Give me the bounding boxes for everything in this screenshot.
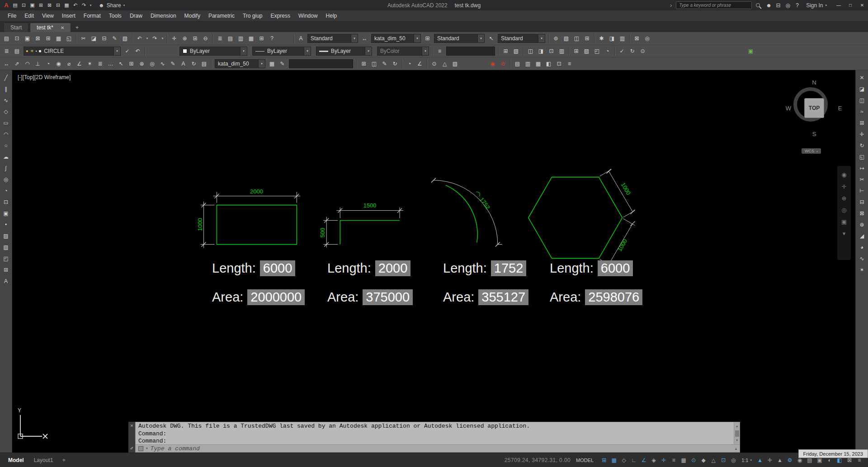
save-to-web-icon[interactable]: ⊞ <box>43 33 53 44</box>
share-button[interactable]: ☻ Share ▾ <box>99 2 125 9</box>
polyline-entity[interactable] <box>340 221 400 245</box>
dropdown-arrow-icon[interactable] <box>414 34 420 42</box>
toolbar-icon[interactable]: ◫ <box>369 58 379 69</box>
jogged-linear-icon[interactable]: ∿ <box>157 58 168 69</box>
zoom-icon[interactable]: ⊕ <box>842 195 847 202</box>
toolbar-icon[interactable]: ⊞ <box>571 46 581 57</box>
redo-dropdown-icon[interactable] <box>160 33 165 44</box>
toolbar-icon[interactable]: ▥ <box>523 58 533 69</box>
designcenter-icon[interactable]: ▤ <box>225 33 236 44</box>
menu-item[interactable]: Window <box>294 10 322 21</box>
length-text-entity[interactable]: Length: 2000 <box>327 260 410 276</box>
wcs-dropdown[interactable]: WCS <box>802 148 821 154</box>
line-icon[interactable]: ╱ <box>0 72 11 83</box>
dim-override-icon[interactable]: ✎ <box>277 58 288 69</box>
toolbar-icon[interactable]: ⊞ <box>500 46 511 57</box>
menu-item[interactable]: Dimension <box>146 10 180 21</box>
length-text-entity[interactable]: Length: 1752 <box>443 260 526 276</box>
autoscale-icon[interactable]: ✛ <box>765 455 775 465</box>
linear-dim-icon[interactable]: ↔ <box>1 58 12 69</box>
dropdown-arrow-icon[interactable] <box>477 34 484 42</box>
construction-line-icon[interactable]: ∥ <box>0 83 11 94</box>
menu-item[interactable]: Edit <box>20 10 38 21</box>
toolbar-icon[interactable]: ⊠ <box>632 33 642 44</box>
circle-icon[interactable]: ○ <box>0 140 11 151</box>
toolbar-icon[interactable]: ◰ <box>592 46 602 57</box>
menu-item[interactable]: View <box>38 10 58 21</box>
dim-style-dialog-icon[interactable]: ▦ <box>267 58 277 69</box>
break-icon[interactable]: ⊠ <box>857 208 868 219</box>
customize-icon[interactable]: ✐ <box>130 446 134 451</box>
dropdown-arrow-icon[interactable] <box>113 47 120 55</box>
viewport-visual-style-control[interactable]: [2D Wireframe] <box>34 74 71 80</box>
ortho-icon[interactable]: ∟ <box>629 455 639 465</box>
menu-item[interactable]: File <box>4 10 20 21</box>
tolerance-icon[interactable]: ⊞ <box>126 58 137 69</box>
cut-icon[interactable]: ✂ <box>78 33 89 44</box>
dimension-text-field[interactable] <box>289 59 353 68</box>
toolbar-icon[interactable]: ◫ <box>571 33 582 44</box>
redo-icon[interactable]: ↷ <box>150 33 160 44</box>
polygon-icon[interactable]: ◇ <box>0 106 11 117</box>
infer-constraints-icon[interactable]: ◇ <box>619 455 629 465</box>
search-input[interactable] <box>676 1 752 9</box>
autocad-logo-icon[interactable]: A <box>2 2 11 9</box>
chamfer-icon[interactable]: ◢ <box>857 230 868 241</box>
dim-text-edit-icon[interactable]: A <box>178 58 189 69</box>
open-from-web-icon[interactable]: ⊠ <box>45 1 54 9</box>
toolbar-icon[interactable]: ▤ <box>512 58 523 69</box>
space-mode-indicator[interactable]: MODEL <box>576 458 594 463</box>
dim-text[interactable]: 1500 <box>363 202 377 209</box>
annotation-scale-icon[interactable]: ▲ <box>775 455 785 465</box>
insert-block-icon[interactable]: ⊡ <box>0 196 11 208</box>
menu-item[interactable]: Tro giup <box>239 10 267 21</box>
length-text-entity[interactable]: Length: 6000 <box>550 260 633 276</box>
search-icon[interactable] <box>756 3 760 7</box>
menu-item[interactable]: Parametric <box>204 10 239 21</box>
dim-text[interactable]: 1000 <box>620 181 632 196</box>
minimize-button[interactable]: — <box>833 0 844 10</box>
arc-length-dim-icon[interactable]: ◠ <box>22 58 33 69</box>
arc-icon[interactable]: ◠ <box>0 128 11 140</box>
object-snap-icon[interactable]: ⊙ <box>689 455 698 465</box>
mleader-style-icon[interactable]: ↖ <box>486 33 496 44</box>
ellipse-icon[interactable]: ◎ <box>0 174 11 185</box>
dim-edit-icon[interactable]: ✎ <box>168 58 178 69</box>
save-to-web-icon[interactable]: ⊟ <box>54 1 62 9</box>
grid-icon[interactable]: ⊞ <box>599 455 609 465</box>
layer-on-icon[interactable]: ● <box>26 49 28 53</box>
toolbar-icon[interactable]: ▥ <box>617 33 627 44</box>
ordinate-dim-icon[interactable]: ⊥ <box>33 58 43 69</box>
cart-icon[interactable]: ⊟ <box>774 1 783 9</box>
toolbar-icon[interactable]: ⊡ <box>546 46 557 57</box>
snap-icon[interactable]: ▦ <box>609 455 619 465</box>
toolbar-icon[interactable]: ≡ <box>564 58 575 69</box>
dropdown-arrow-icon[interactable] <box>365 47 372 55</box>
viewcube-east[interactable]: E <box>838 105 842 112</box>
table-style-icon[interactable]: ⊞ <box>422 33 433 44</box>
expand-history-icon[interactable]: ▴ <box>735 447 737 451</box>
jogged-dim-icon[interactable]: ◉ <box>53 58 64 69</box>
aligned-dim-icon[interactable]: ⇗ <box>12 58 22 69</box>
menu-item[interactable]: Express <box>267 10 294 21</box>
diameter-dim-icon[interactable]: ⌀ <box>64 58 74 69</box>
undo-icon[interactable]: ↶ <box>71 1 80 9</box>
layer-properties-icon[interactable]: ≣ <box>1 46 12 57</box>
qnew-icon[interactable]: ▤ <box>11 1 19 9</box>
toolbar-icon[interactable]: ⊙ <box>637 46 648 57</box>
revcloud-icon[interactable]: ☁ <box>0 151 11 162</box>
plot-icon[interactable]: ▦ <box>53 33 64 44</box>
toolbar-icon[interactable]: ⊡ <box>554 58 564 69</box>
toolbar-icon[interactable]: ◫ <box>525 46 536 57</box>
arc-length-dim[interactable]: 1752 <box>474 190 491 211</box>
toolbar-icon[interactable]: ▧ <box>581 46 592 57</box>
menu-item[interactable]: Tools <box>105 10 126 21</box>
rectangle-icon[interactable]: ▭ <box>0 117 11 128</box>
layer-lock-icon[interactable]: ▪ <box>36 49 37 53</box>
avatar[interactable]: ☻ <box>764 1 774 9</box>
command-history[interactable]: Autodesk DWG. This file is a TrustedDWG … <box>136 422 740 444</box>
scrollbar-thumb[interactable] <box>735 430 739 437</box>
leader-icon[interactable]: ↖ <box>116 58 126 69</box>
move-icon[interactable]: ✛ <box>857 128 868 140</box>
viewport-view-control[interactable]: [Top] <box>23 74 34 80</box>
